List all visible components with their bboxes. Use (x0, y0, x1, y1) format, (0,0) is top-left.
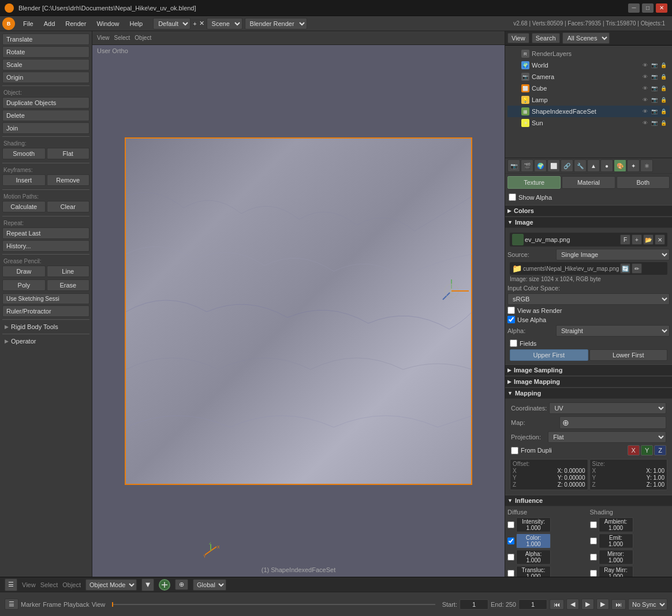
menu-add[interactable]: Add (39, 19, 60, 28)
view-as-render-checkbox[interactable] (507, 307, 515, 314)
ray-mirr-value[interactable]: Ray Mirr: 1.000 (599, 566, 633, 577)
scene-item-lamp[interactable]: 💡 Lamp 👁 📷 🔒 (507, 94, 670, 106)
sun-restrict-btn[interactable]: 👁 (641, 119, 649, 127)
props-icon-scene[interactable]: 🎬 (521, 159, 533, 172)
use-sketching-button[interactable]: Use Sketching Sessi (2, 293, 89, 304)
y-button[interactable]: Y (641, 445, 653, 456)
alpha-select[interactable]: Straight (556, 325, 670, 337)
offset-y-value[interactable]: Y: 0.00000 (523, 475, 585, 481)
ambient-value[interactable]: Ambient: 1.000 (599, 517, 633, 532)
influence-section-header[interactable]: ▼ Influence (505, 495, 672, 506)
image-browse-button[interactable]: 📂 (643, 234, 654, 245)
props-icon-render[interactable]: 📷 (507, 159, 520, 172)
props-icon-texture[interactable]: 🎨 (614, 159, 626, 172)
props-icon-data[interactable]: ▲ (587, 159, 600, 172)
layout-select[interactable]: Default (153, 18, 191, 29)
material-tab[interactable]: Material (562, 176, 615, 189)
lamp-restrict-btn[interactable]: 👁 (641, 96, 649, 104)
mirror-value[interactable]: Mirror: 1.000 (599, 550, 633, 565)
size-z-value[interactable]: Z: 1.00 (603, 481, 665, 488)
status-view-label[interactable]: View (22, 581, 36, 588)
status-select-label[interactable]: Select (40, 581, 58, 588)
jump-start-button[interactable]: ⏮ (550, 599, 564, 610)
rotate-button[interactable]: Rotate (2, 46, 89, 58)
ruler-button[interactable]: Ruler/Protractor (2, 305, 89, 317)
next-frame-button[interactable]: ▶ (596, 599, 609, 610)
draw-button[interactable]: Draw (2, 266, 46, 277)
color-value[interactable]: Color: 1.000 (516, 533, 551, 548)
menu-render[interactable]: Render (61, 19, 91, 28)
size-x-value[interactable]: X: 1.00 (603, 468, 665, 474)
render-engine-select[interactable]: Blender Render (245, 18, 307, 29)
props-icon-physics[interactable]: ⚛ (640, 159, 653, 172)
scene-item-world[interactable]: 🌍 World 👁 📷 🔒 (507, 59, 670, 71)
projection-select[interactable]: Flat (548, 431, 666, 443)
menu-window[interactable]: Window (92, 19, 124, 28)
insert-button[interactable]: Insert (2, 174, 46, 186)
status-object-label[interactable]: Object (62, 581, 81, 588)
history-button[interactable]: History... (2, 240, 89, 252)
all-scenes-select[interactable]: All Scenes (562, 32, 610, 44)
transform-orientations-button[interactable]: ⊕ (175, 579, 188, 590)
add-button[interactable]: + (193, 20, 196, 27)
timeline-menu-button[interactable]: ☰ (5, 599, 18, 610)
props-icon-object[interactable]: ⬜ (547, 159, 560, 172)
intensity-value[interactable]: Intensity: 1.000 (516, 517, 551, 532)
scene-item-cube[interactable]: ⬜ Cube 👁 📷 🔒 (507, 83, 670, 94)
use-alpha-checkbox[interactable] (507, 316, 515, 323)
transform-icon[interactable] (159, 579, 170, 591)
menu-help[interactable]: Help (125, 19, 148, 28)
ray-mirr-checkbox[interactable] (590, 570, 597, 577)
sun-lock-btn[interactable]: 🔒 (659, 119, 667, 127)
intensity-checkbox[interactable] (507, 521, 514, 528)
transluc-checkbox[interactable] (507, 570, 514, 577)
rigid-body-tools-section[interactable]: ▶ Rigid Body Tools (2, 322, 89, 331)
remove-button[interactable]: ✕ (199, 20, 204, 27)
object-mode-select[interactable]: Object Mode (85, 579, 137, 591)
timeline-playback-label[interactable]: Playback (64, 601, 89, 608)
from-dupli-checkbox[interactable] (511, 447, 518, 454)
props-icon-material[interactable]: ● (600, 159, 613, 172)
view-button[interactable]: View (507, 33, 529, 43)
smooth-button[interactable]: Smooth (2, 148, 46, 159)
image-mapping-section[interactable]: ▶ Image Mapping (505, 376, 672, 387)
cube-render-btn[interactable]: 📷 (650, 84, 658, 92)
viewport-view-label[interactable]: View (97, 35, 110, 41)
start-frame-input[interactable] (460, 599, 488, 610)
mapping-section-header[interactable]: ▼ Mapping (505, 387, 672, 399)
emit-checkbox[interactable] (590, 537, 597, 544)
camera-restrict-btn[interactable]: 👁 (641, 73, 649, 81)
color-space-select[interactable]: sRGB (507, 293, 670, 305)
duplicate-objects-button[interactable]: Duplicate Objects (2, 97, 89, 109)
shape-lock-btn[interactable]: 🔒 (659, 107, 667, 115)
image-close-button[interactable]: ✕ (655, 234, 665, 245)
repeat-last-button[interactable]: Repeat Last (2, 227, 89, 239)
calculate-button[interactable]: Calculate (2, 201, 46, 212)
menu-file[interactable]: File (18, 19, 38, 28)
upper-first-button[interactable]: Upper First (510, 349, 588, 361)
translate-button[interactable]: Translate (2, 33, 89, 45)
filepath-edit-button[interactable]: ✏ (632, 263, 642, 274)
global-select[interactable]: Global (193, 579, 226, 591)
offset-z-value[interactable]: Z: 0.00000 (523, 481, 585, 488)
operator-section[interactable]: ▶ Operator (2, 337, 89, 346)
erase-button[interactable]: Erase (47, 279, 90, 291)
offset-x-value[interactable]: X: 0.00000 (523, 468, 585, 474)
play-button[interactable]: ▶ (581, 599, 594, 610)
close-button[interactable]: ✕ (656, 3, 667, 13)
jump-end-button[interactable]: ⏭ (611, 599, 626, 610)
camera-lock-btn[interactable]: 🔒 (659, 73, 667, 81)
remove-keyframe-button[interactable]: Remove (47, 174, 90, 186)
timeline-view-label[interactable]: View (92, 601, 106, 608)
image-f-button[interactable]: F (620, 234, 630, 245)
viewport-select-label[interactable]: Select (114, 35, 130, 41)
size-y-value[interactable]: Y: 1.00 (603, 475, 665, 481)
current-frame-input[interactable] (518, 599, 547, 610)
shape-restrict-btn[interactable]: 👁 (641, 107, 649, 115)
map-value[interactable]: ⊕ (559, 416, 666, 429)
alpha-inf-value[interactable]: Alpha: 1.000 (516, 550, 551, 565)
maximize-button[interactable]: □ (642, 3, 654, 13)
prev-frame-button[interactable]: ◀ (566, 599, 579, 610)
x-button[interactable]: X (628, 445, 640, 456)
filepath-reload-button[interactable]: 🔄 (620, 263, 630, 274)
